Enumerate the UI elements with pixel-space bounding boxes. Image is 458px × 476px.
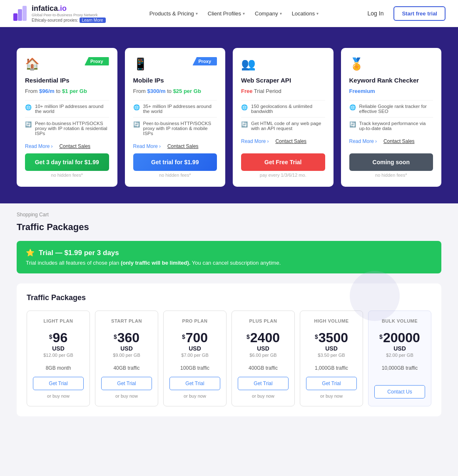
package-name: HIGH VOLUME (314, 318, 348, 323)
card-price: Free Trial Period (241, 88, 325, 94)
get-trial-button[interactable]: Get Trial (238, 377, 289, 390)
mobile-ips-card: 📱 Proxy Mobile IPs From $300/m to $25 pe… (125, 48, 226, 187)
card-features: 🌐Reliable Google rank tracker for effect… (349, 100, 433, 131)
price-dollar: $ (246, 333, 250, 340)
trial-banner-title-text: Trial — $1.99 per 3 days (39, 249, 119, 257)
proxy-badge: Proxy (85, 57, 109, 65)
start-trial-button[interactable]: Start free trial (393, 6, 446, 21)
or-buy-now-label: or buy now (320, 393, 343, 398)
get-trial-button[interactable]: Get 3 day trial for $1.99 (25, 153, 109, 171)
high-volume-card: HIGH VOLUME $ 3500 USD $3.50 per GB 1,00… (300, 311, 363, 406)
product-cards-row: 🏠 Proxy Residential IPs From $96/m to $1… (17, 48, 441, 187)
start-plan-card: START PLAN $ 360 USD $9.00 per GB 40GB t… (95, 311, 158, 406)
web-scraper-card: 👥 Web Scraper API Free Trial Period 🌐150… (233, 48, 334, 187)
price-amount: 96 (53, 331, 68, 344)
price-dollar: $ (114, 333, 117, 340)
get-trial-button[interactable]: Get Trial (33, 377, 84, 390)
contact-sales-link[interactable]: Contact Sales (383, 138, 415, 144)
price-dollar: $ (379, 333, 383, 340)
card-title: Web Scraper API (241, 77, 325, 84)
card-price: From $96/m to $1 per Gb (25, 88, 109, 94)
breadcrumb: Shopping Cart (17, 212, 441, 218)
price-dollar: $ (182, 333, 185, 340)
get-trial-button[interactable]: Get Trial (306, 377, 357, 390)
rotate-icon: 🔄 (241, 121, 248, 128)
feature-item: 🔄Get HTML code of any web page with an A… (241, 117, 325, 131)
trial-banner-subtitle: Trial includes all features of chose pla… (26, 260, 432, 266)
globe-icon: 🌐 (133, 104, 140, 110)
price-dollar: $ (49, 333, 52, 340)
nav-client-profiles[interactable]: Client Profiles ▾ (204, 8, 249, 19)
keyword-rank-card: 🏅 Keyword Rank Checker Freemium 🌐Reliabl… (341, 48, 442, 187)
get-free-trial-button[interactable]: Get Free Trial (241, 153, 325, 171)
price-amount: 2400 (250, 331, 280, 344)
package-name: PRO PLAN (182, 318, 208, 323)
read-more-link[interactable]: Read More › (349, 138, 377, 144)
price-per-gb: $6.00 per GB (249, 353, 276, 358)
package-traffic: 8GB month (46, 365, 71, 371)
hero-section: 🏠 Proxy Residential IPs From $96/m to $1… (0, 27, 458, 203)
card-price: From $300/m to $25 per Gb (133, 88, 217, 94)
ethically-label: Ethicaly-sourced proxies: Learn More (32, 18, 106, 23)
svg-rect-1 (18, 9, 22, 21)
rotate-icon: 🔄 (133, 121, 140, 128)
header-actions: Log In Start free trial (363, 6, 446, 21)
get-trial-button[interactable]: Get trial for $1.99 (133, 153, 217, 171)
contact-sales-link[interactable]: Contact Sales (275, 138, 306, 144)
learn-more-link[interactable]: Learn More (80, 18, 106, 23)
main-content: Shopping Cart Traffic Packages ⭐ Trial —… (0, 203, 458, 425)
home-icon: 🏠 (25, 57, 40, 71)
package-traffic: 10,000GB traffic (382, 365, 418, 371)
pro-plan-card: PRO PLAN $ 700 USD $7.00 per GB 100GB tr… (163, 311, 227, 406)
package-traffic: 1,000GB traffic (315, 365, 348, 371)
contact-us-button[interactable]: Contact Us (374, 385, 425, 398)
no-fees-label: no hidden fees* (51, 173, 83, 178)
feature-item: 🔄Peer-to-business HTTP/SOCKS proxy with … (25, 117, 109, 136)
no-fees-label: no hidden fees* (159, 173, 191, 178)
package-name: BULK VOLUME (382, 318, 418, 323)
package-name: LIGHT PLAN (44, 318, 73, 323)
nav-products-pricing[interactable]: Products & Pricing ▾ (145, 8, 202, 19)
card-price: Freemium (349, 88, 433, 94)
coming-soon-button[interactable]: Coming soon (349, 153, 433, 171)
read-more-link[interactable]: Read More › (133, 143, 161, 149)
packages-section: Traffic Packages LIGHT PLAN $ 96 USD $12… (17, 283, 441, 416)
contact-sales-link[interactable]: Contact Sales (59, 143, 90, 149)
star-icon: ⭐ (26, 248, 35, 257)
proxy-badge: Proxy (192, 57, 217, 65)
card-features: 🌐35+ million IP addresses around the wor… (133, 100, 217, 136)
contact-sales-link[interactable]: Contact Sales (167, 143, 199, 149)
logo-name: infatica.io (32, 4, 106, 13)
light-plan-card: LIGHT PLAN $ 96 USD $12.00 per GB 8GB mo… (27, 311, 90, 406)
globe-icon: 🌐 (349, 104, 356, 110)
header: infatica.io Global Peer-to-Business Prox… (0, 0, 458, 27)
login-button[interactable]: Log In (363, 7, 389, 20)
price-currency: USD (52, 345, 65, 352)
package-name: PLUS PLAN (249, 318, 277, 323)
logo: infatica.io Global Peer-to-Business Prox… (12, 4, 106, 23)
package-traffic: 40GB traffic (113, 365, 139, 371)
price-amount: 3500 (319, 331, 348, 344)
nav-locations[interactable]: Locations ▾ (288, 8, 323, 19)
price-currency: USD (325, 345, 338, 352)
rotate-icon: 🔄 (25, 121, 32, 128)
nav-company[interactable]: Company ▾ (251, 8, 286, 19)
chevron-down-icon: ▾ (280, 11, 282, 16)
price-currency: USD (257, 345, 269, 352)
feature-item: 🔄Track keyword performance via up-to-dat… (349, 117, 433, 131)
read-more-link[interactable]: Read More › (241, 138, 269, 144)
logo-icon (12, 5, 27, 22)
residential-ips-card: 🏠 Proxy Residential IPs From $96/m to $1… (17, 48, 117, 187)
card-features: 🌐150 geolocations & unlimited bandwidth … (241, 100, 325, 131)
price-amount: 360 (117, 331, 139, 344)
read-more-link[interactable]: Read More › (25, 143, 52, 149)
price-currency: USD (189, 345, 201, 352)
price-per-gb: $3.50 per GB (318, 353, 345, 358)
feature-item: 🔄Peer-to-business HTTP/SOCKS proxy with … (133, 117, 217, 136)
svg-rect-2 (22, 6, 27, 21)
price-currency: USD (393, 345, 406, 352)
get-trial-button[interactable]: Get Trial (101, 377, 152, 390)
or-buy-now-label: or buy now (184, 393, 206, 398)
get-trial-button[interactable]: Get Trial (169, 377, 220, 390)
chevron-down-icon: ▾ (243, 11, 245, 16)
